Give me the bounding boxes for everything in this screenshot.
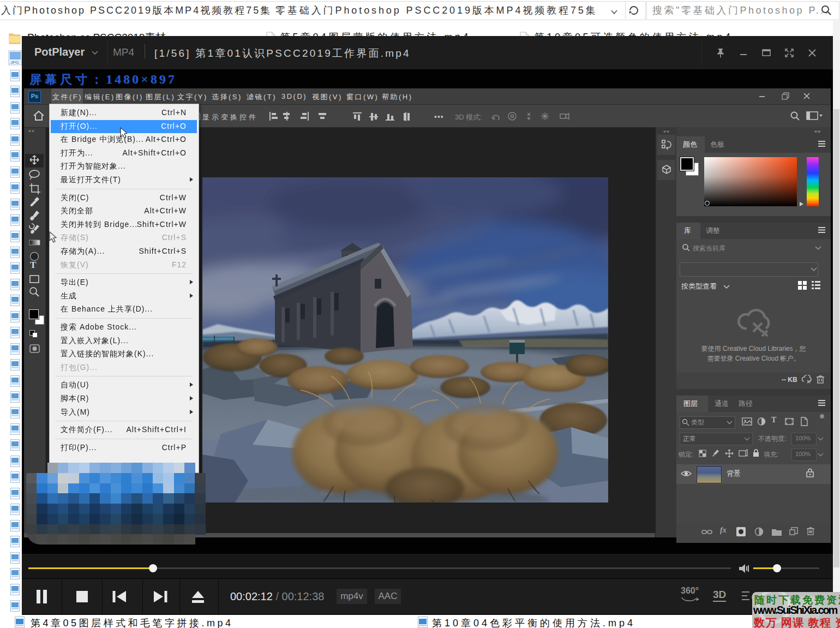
svg-text:JPG: JPG	[10, 60, 19, 65]
